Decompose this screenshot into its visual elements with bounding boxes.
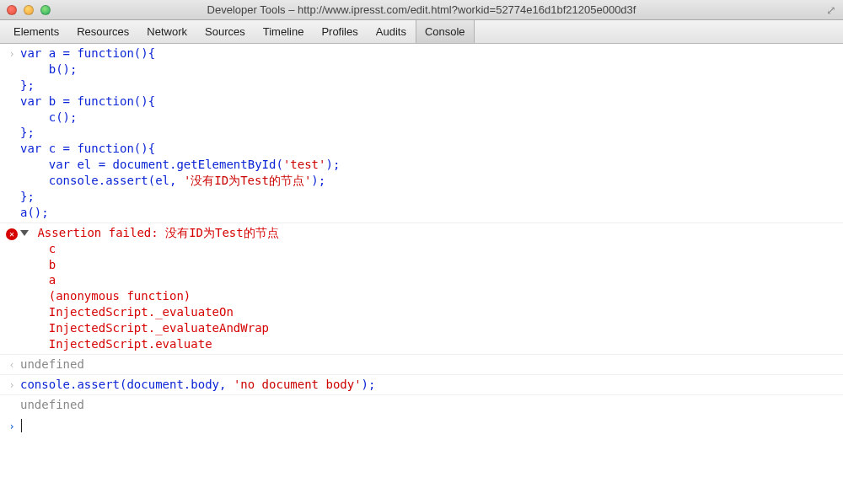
tab-timeline[interactable]: Timeline	[255, 20, 314, 43]
minimize-window-button[interactable]	[24, 5, 34, 15]
window-title: Developer Tools – http://www.ipresst.com…	[0, 3, 843, 16]
expand-icon[interactable]: ⤢	[826, 3, 836, 17]
console-code[interactable]: var a = function(){ b(); }; var b = func…	[20, 46, 836, 221]
error-x-icon: ✕	[9, 230, 14, 239]
console-error-entry: ✕ Assertion failed: 没有ID为Test的节点 c b a (…	[0, 223, 843, 355]
console-input-entry: › var a = function(){ b(); }; var b = fu…	[0, 44, 843, 223]
zoom-window-button[interactable]	[40, 5, 51, 15]
console-panel[interactable]: › var a = function(){ b(); }; var b = fu…	[0, 44, 843, 504]
console-input-entry: › console.assert(document.body, 'no docu…	[0, 375, 843, 395]
tab-elements[interactable]: Elements	[5, 20, 68, 43]
prompt-icon: ›	[3, 46, 20, 61]
error-icon: ✕	[3, 225, 20, 240]
tab-console[interactable]: Console	[416, 20, 475, 43]
console-code[interactable]: console.assert(document.body, 'no docume…	[20, 377, 836, 393]
tab-network[interactable]: Network	[138, 20, 196, 43]
result-icon	[3, 397, 20, 399]
tab-profiles[interactable]: Profiles	[313, 20, 367, 43]
disclosure-triangle-icon[interactable]	[20, 230, 29, 236]
prompt-icon: ›	[3, 377, 20, 392]
console-input-line[interactable]: ›	[0, 415, 843, 437]
tab-sources[interactable]: Sources	[196, 20, 255, 43]
tab-audits[interactable]: Audits	[368, 20, 416, 43]
console-input[interactable]	[20, 418, 836, 434]
devtools-tabbar: Elements Resources Network Sources Timel…	[0, 20, 843, 44]
traffic-lights	[7, 5, 51, 15]
window-titlebar: Developer Tools – http://www.ipresst.com…	[0, 0, 843, 20]
text-cursor	[21, 419, 22, 432]
console-result: undefined	[20, 357, 836, 373]
console-result-entry: undefined	[0, 395, 843, 415]
error-content[interactable]: Assertion failed: 没有ID为Test的节点 c b a (an…	[20, 225, 836, 352]
close-window-button[interactable]	[7, 5, 17, 15]
tab-resources[interactable]: Resources	[68, 20, 138, 43]
result-icon: ‹	[3, 357, 20, 372]
console-result: undefined	[20, 397, 836, 413]
console-result-entry: ‹ undefined	[0, 355, 843, 375]
prompt-icon: ›	[3, 418, 20, 434]
